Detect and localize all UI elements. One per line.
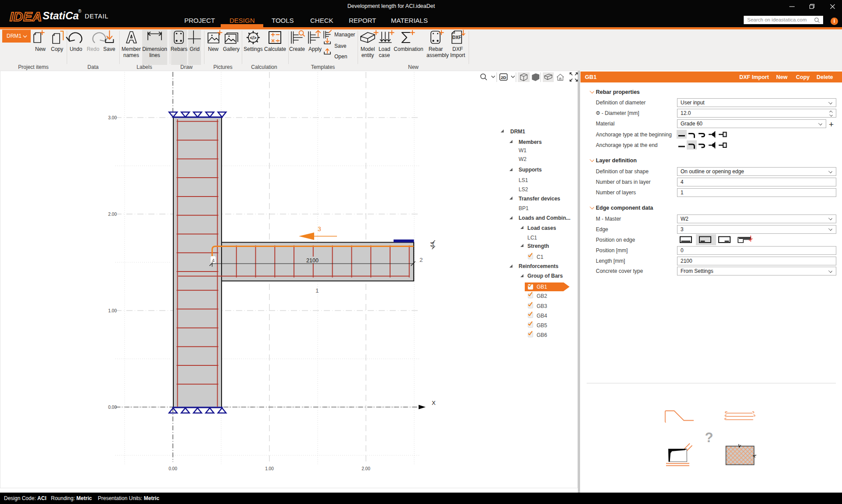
svg-text:0.00: 0.00 [108, 405, 117, 410]
svg-text:0.00: 0.00 [168, 466, 177, 471]
svg-text:2: 2 [419, 257, 423, 263]
svg-text:1.00: 1.00 [265, 466, 274, 471]
svg-text:1.00: 1.00 [108, 308, 117, 313]
svg-text:3.00: 3.00 [108, 115, 117, 120]
svg-text:2D: 2D [501, 75, 506, 80]
svg-text:4: 4 [212, 258, 215, 263]
svg-text:DXF: DXF [452, 35, 461, 40]
svg-text:X: X [432, 400, 436, 406]
svg-text:2.00: 2.00 [362, 466, 370, 471]
svg-text:?: ? [705, 430, 713, 445]
svg-text:3: 3 [318, 225, 321, 232]
svg-text:1: 1 [315, 287, 319, 294]
svg-text:2.00: 2.00 [108, 212, 117, 217]
svg-text:</>: </> [250, 35, 256, 40]
svg-text:2100: 2100 [306, 257, 319, 264]
